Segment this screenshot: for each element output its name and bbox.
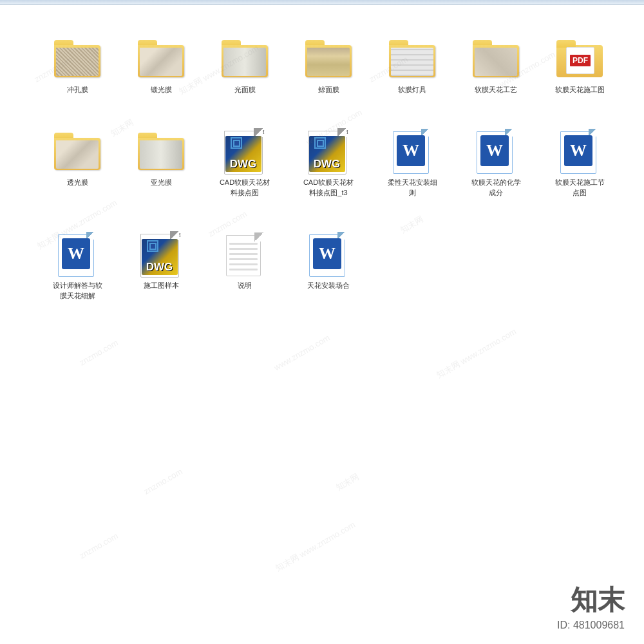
- word-icon: W: [58, 232, 97, 277]
- file-item-ruanmo-diangu[interactable]: 软膜灯具: [374, 31, 451, 98]
- row-2: 透光膜 亚光膜 TM DWG CAD软膜天花材料: [39, 117, 605, 207]
- file-item-tianhua-anzhuang[interactable]: W 天花安装场合: [290, 227, 367, 304]
- folder-icon: [473, 40, 519, 77]
- icon-container: [219, 230, 270, 278]
- icon-container: W: [52, 230, 103, 278]
- dwg-icon: TM DWG: [308, 128, 350, 175]
- dwg-icon: TM DWG: [140, 231, 182, 278]
- file-item-guang-mian-mo[interactable]: 光面膜: [206, 31, 283, 98]
- file-label: 天花安装场合: [307, 281, 350, 290]
- icon-container: W: [386, 127, 438, 175]
- dwg-icon: TM DWG: [224, 128, 266, 175]
- file-item-rou-xing-anzhuang[interactable]: W 柔性天花安装细则: [374, 124, 451, 201]
- row-3: W 设计师解答与软膜天花细解 TM DWG 施工图样本: [39, 220, 605, 310]
- folder-icon: [54, 40, 100, 77]
- file-label: 柔性天花安装细则: [388, 178, 437, 198]
- icon-container: PDF: [554, 34, 605, 82]
- word-icon: W: [477, 129, 515, 174]
- file-label: 软膜天花施工节点图: [555, 178, 605, 198]
- file-item-ruanmo-tianhua-shitu[interactable]: PDF 软膜天花施工图: [541, 31, 618, 98]
- file-label: 软膜灯具: [398, 85, 426, 95]
- file-label: 锻光膜: [151, 85, 172, 95]
- icon-container: W: [470, 127, 522, 175]
- file-item-toumeng-mo[interactable]: 透光膜: [39, 124, 116, 201]
- file-item-ruanmo-tianhua-gonyi[interactable]: 软膜天花工艺: [457, 31, 535, 98]
- icon-container: TM DWG: [219, 127, 270, 175]
- folder-icon: [222, 40, 268, 77]
- file-item-ruanmo-huaxue[interactable]: W 软膜天花的化学成分: [457, 124, 535, 201]
- icon-container: [135, 34, 187, 82]
- file-item-dui-guang-mo[interactable]: 锻光膜: [122, 31, 200, 98]
- file-item-cad-ruanmo-t3[interactable]: TM DWG CAD软膜天花材料接点图_t3: [290, 124, 367, 201]
- top-bar: [0, 0, 644, 5]
- file-label: 光面膜: [234, 85, 256, 95]
- icon-container: TM DWG: [135, 230, 187, 278]
- file-label: 软膜天花施工图: [555, 85, 605, 95]
- file-label: 软膜天花工艺: [475, 85, 517, 95]
- folder-icon: [138, 133, 184, 170]
- file-item-cad-ruanmo-t1[interactable]: TM DWG CAD软膜天花材料接点图: [206, 124, 283, 201]
- folder-icon: [389, 40, 435, 77]
- file-label: 施工图样本: [144, 281, 179, 290]
- file-item-jing-mian-mo[interactable]: 鲸面膜: [290, 31, 367, 98]
- icon-container: TM DWG: [303, 127, 354, 175]
- logo-text: 知末: [557, 582, 625, 618]
- content-area: 冲孔膜 锻光膜 光面膜: [0, 5, 644, 330]
- icon-container: [52, 127, 103, 175]
- file-label: 冲孔膜: [67, 85, 88, 95]
- folder-icon: [54, 133, 100, 170]
- file-label: 说明: [238, 281, 252, 290]
- row-1: 冲孔膜 锻光膜 光面膜: [39, 24, 605, 104]
- file-label: CAD软膜天花材料接点图: [220, 178, 270, 198]
- icon-container: [303, 34, 354, 82]
- icon-container: [52, 34, 103, 82]
- file-item-yaguang-mo[interactable]: 亚光膜: [122, 124, 200, 201]
- file-label: 软膜天花的化学成分: [471, 178, 521, 198]
- file-item-jieshu-ruanmo[interactable]: W 设计师解答与软膜天花细解: [39, 227, 116, 304]
- logo-id: ID: 481009681: [557, 620, 625, 631]
- word-icon: W: [309, 232, 348, 277]
- icon-container: [135, 127, 187, 175]
- folder-icon: [138, 40, 184, 77]
- folder-pdf-icon: PDF: [556, 40, 603, 77]
- icon-container: [470, 34, 522, 82]
- file-label: 设计师解答与软膜天花细解: [53, 281, 102, 301]
- txt-icon: [226, 232, 263, 276]
- icon-container: [386, 34, 438, 82]
- file-item-shigong-yangben[interactable]: TM DWG 施工图样本: [122, 227, 200, 304]
- file-label: 亚光膜: [151, 178, 172, 187]
- file-label: 透光膜: [67, 178, 88, 187]
- icon-container: W: [554, 127, 605, 175]
- folder-icon: [305, 40, 352, 77]
- icon-container: W: [303, 230, 354, 278]
- file-item-ruanmo-shigong-jiedian[interactable]: W 软膜天花施工节点图: [541, 124, 618, 201]
- file-label: 鲸面膜: [318, 85, 339, 95]
- word-icon: W: [393, 129, 431, 174]
- word-icon: W: [560, 129, 599, 174]
- file-item-shuoming[interactable]: 说明: [206, 227, 283, 304]
- icon-container: [219, 34, 270, 82]
- file-item-chongkong-mo[interactable]: 冲孔膜: [39, 31, 116, 98]
- file-label: CAD软膜天花材料接点图_t3: [303, 178, 354, 198]
- bottom-logo: 知末 ID: 481009681: [557, 582, 625, 631]
